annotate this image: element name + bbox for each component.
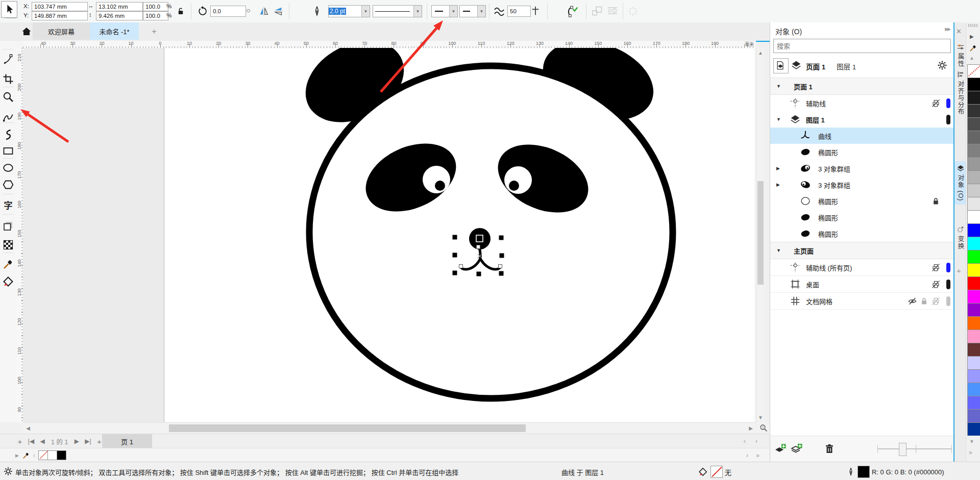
color-swatch-#00ff00[interactable]	[967, 250, 980, 264]
mesh-fill-tool[interactable]	[2, 239, 14, 251]
smoothing-slider-icon[interactable]	[530, 5, 541, 16]
vertical-scroll-thumb[interactable]	[757, 181, 764, 285]
color-swatch-#b3b3b3[interactable]	[967, 170, 980, 184]
docker-tree-row-主页面[interactable]: ▼主页面	[770, 242, 954, 259]
docker-tree-row-桌面[interactable]: 桌面	[770, 276, 954, 293]
color-swatch-#ff00ff[interactable]	[967, 290, 980, 304]
rectangle-tool[interactable]	[2, 145, 14, 157]
docker-tree-row-辅助线-(所有页)[interactable]: 辅助线 (所有页)	[770, 259, 954, 276]
vertical-scrollbar[interactable]: ▲ ▼	[756, 48, 765, 422]
search-input[interactable]	[773, 39, 951, 53]
side-tab-对象 (O)[interactable]: 对象 (O)	[954, 161, 967, 205]
lock-dim-icon[interactable]	[919, 296, 929, 306]
docker-tree-row-椭圆形[interactable]: 椭圆形	[770, 193, 954, 209]
drop-shadow-tool[interactable]	[2, 220, 14, 232]
lock-icon[interactable]	[931, 196, 941, 206]
smoothing-field[interactable]: 50	[507, 6, 531, 17]
y-position-field[interactable]: 149.887 mm	[32, 11, 88, 20]
layer-color-pill[interactable]	[946, 263, 950, 272]
height-field[interactable]: 9.426 mm	[96, 11, 143, 20]
side-tab-对齐与分布[interactable]: 对齐与分布	[954, 70, 967, 115]
docker-tree-row-椭圆形[interactable]: 椭圆形	[770, 144, 954, 160]
collapse-icon[interactable]: ▼	[776, 84, 783, 89]
page-tab-scroll-icons[interactable]: ‹ ›	[744, 438, 762, 445]
chevron-down-icon[interactable]: ▼	[413, 6, 422, 17]
color-swatch-#333333[interactable]	[967, 104, 980, 118]
zoom-fit-icon[interactable]	[759, 423, 768, 433]
x-position-field[interactable]: 103.747 mm	[32, 2, 88, 11]
ellipse-tool[interactable]	[2, 162, 14, 174]
text-tool[interactable]: 字	[2, 200, 14, 212]
line-style-combo[interactable]: ▼	[373, 5, 422, 17]
new-effect-button[interactable]	[807, 443, 819, 455]
zoom-fit-corner[interactable]	[756, 422, 770, 434]
lock-ratio-icon[interactable]	[176, 6, 186, 16]
collapse-docker-icon[interactable]: ▶▶	[945, 27, 950, 32]
docker-tree-row-曲线[interactable]: 曲线	[770, 128, 954, 144]
tab-welcome-screen[interactable]: 欢迎屏幕	[33, 22, 90, 40]
doc-swatch-#ffffff[interactable]	[47, 450, 57, 460]
color-swatch-#0000ff[interactable]	[967, 223, 980, 237]
end-arrowhead-combo[interactable]: ▼	[459, 5, 486, 17]
gear-icon[interactable]	[3, 466, 13, 476]
color-swatch-#e6e6e6[interactable]	[967, 197, 980, 211]
scroll-down-icon[interactable]: ▼	[756, 415, 765, 420]
palette-drag-handle[interactable]	[968, 24, 978, 27]
color-swatch-#000000[interactable]	[967, 78, 980, 91]
palette-scroll-left-icon[interactable]: ‹	[33, 452, 35, 459]
close-icon[interactable]: ✕	[956, 28, 962, 35]
chevron-down-icon[interactable]: ▼	[449, 6, 457, 17]
color-swatch-#00ffff[interactable]	[967, 237, 980, 250]
crop-tool[interactable]	[2, 73, 14, 85]
tab-untitled-document[interactable]: 未命名 -1*	[90, 22, 139, 40]
palette-more-icons[interactable]: › »	[746, 452, 763, 459]
printer-off-icon[interactable]	[931, 280, 941, 289]
horizontal-ruler[interactable]: 4030201001020304050607080901001101201301…	[23, 41, 756, 48]
eyedropper-icon[interactable]	[22, 451, 30, 460]
breadcrumb-page[interactable]: 页面 1	[806, 61, 825, 71]
first-page-icon[interactable]: |◀	[26, 438, 37, 445]
color-swatch-#003399[interactable]	[967, 422, 980, 436]
mirror-horizontal-button[interactable]	[258, 6, 270, 17]
add-docker-icon[interactable]: +	[957, 266, 961, 275]
previous-page-icon[interactable]: ◀	[37, 438, 48, 445]
color-swatch-#ff99cc[interactable]	[967, 330, 980, 343]
vertical-ruler[interactable]: 21020019018017016015014013012011010090	[16, 48, 23, 422]
freehand-tool[interactable]	[2, 111, 14, 123]
docker-tree-row-椭圆形[interactable]: 椭圆形	[770, 209, 954, 225]
color-swatch-#4d94ff[interactable]	[967, 383, 980, 396]
color-swatch-#663333[interactable]	[967, 343, 980, 357]
docker-tree-row-文档网格[interactable]: 文档网格	[770, 293, 954, 310]
polygon-tool[interactable]	[2, 179, 14, 191]
side-tab-属性[interactable]: 属性	[954, 43, 967, 67]
new-master-layer-button[interactable]	[791, 443, 803, 455]
drawing-canvas[interactable]	[23, 48, 756, 422]
scroll-up-icon[interactable]: ▲	[756, 50, 765, 56]
layer-color-pill[interactable]	[946, 296, 950, 306]
breadcrumb-layer[interactable]: 图层 1	[837, 61, 856, 71]
layer-color-pill[interactable]	[946, 280, 950, 289]
color-swatch-#cccccc[interactable]	[967, 184, 980, 197]
new-document-tab-button[interactable]: +	[149, 27, 159, 37]
doc-swatch-#000000[interactable]	[57, 450, 66, 460]
color-swatch-#6666cc[interactable]	[967, 409, 980, 423]
next-page-icon[interactable]: ▶	[71, 438, 82, 445]
layer-color-pill[interactable]	[946, 115, 950, 124]
palette-flyout-icon[interactable]: ▶	[15, 453, 19, 458]
doc-swatch-none[interactable]	[38, 450, 48, 460]
color-swatch-#ffff00[interactable]	[967, 263, 980, 277]
chevron-down-icon[interactable]: ▼	[361, 6, 370, 17]
thumbnail-size-slider[interactable]	[877, 448, 952, 449]
palette-expand-icon[interactable]: »	[969, 449, 972, 456]
printer-off-icon[interactable]	[931, 98, 941, 108]
collapse-icon[interactable]: ▼	[776, 248, 783, 253]
add-page-button[interactable]: +	[14, 437, 26, 446]
side-tab-变换[interactable]: 变换	[954, 225, 967, 249]
layers-view-icon[interactable]	[791, 60, 802, 71]
color-swatch-#ccccff[interactable]	[967, 356, 980, 370]
layer-color-pill[interactable]	[946, 98, 950, 108]
scale-x-field[interactable]: 100.0	[143, 2, 168, 11]
color-swatch-#ff6600[interactable]	[967, 316, 980, 330]
docker-settings-gear-icon[interactable]	[937, 60, 948, 71]
eyedropper-tool[interactable]	[2, 258, 14, 270]
